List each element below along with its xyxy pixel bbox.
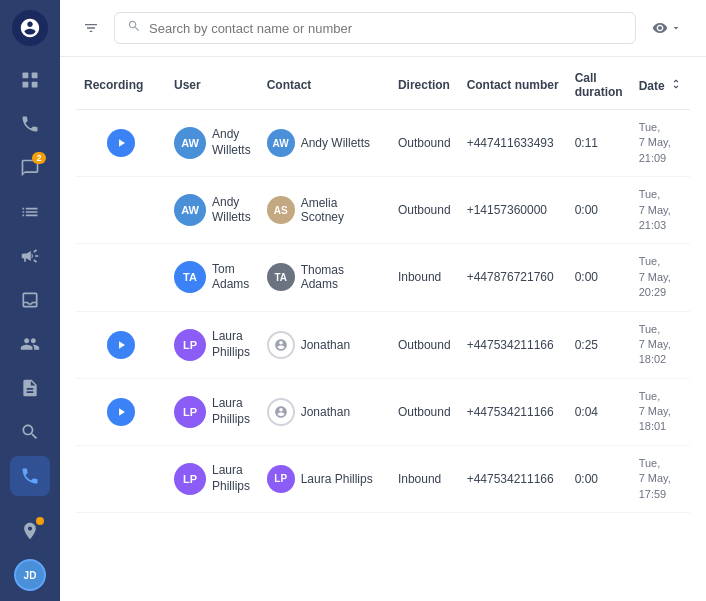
recording-cell (76, 244, 166, 311)
view-options-button[interactable] (644, 14, 690, 42)
date-cell: Tue,7 May,21:03 (631, 177, 690, 244)
user-avatar-initials: LP (174, 329, 206, 361)
sidebar-item-reports[interactable] (10, 368, 50, 408)
app-logo (12, 10, 48, 46)
sidebar-item-dashboard[interactable] (10, 60, 50, 100)
svg-marker-6 (119, 408, 125, 416)
contact-avatar-unknown (267, 331, 295, 359)
search-input[interactable] (149, 21, 623, 36)
contact-name: Laura Phillips (301, 472, 373, 486)
search-icon (127, 19, 141, 37)
sidebar-item-contacts[interactable] (10, 192, 50, 232)
sort-icon (670, 78, 682, 90)
recording-cell (76, 378, 166, 445)
filter-button[interactable] (76, 13, 106, 43)
sidebar-item-team[interactable] (10, 324, 50, 364)
table-row: AWAndyWillettsASAmelia ScotneyOutbound+1… (76, 177, 690, 244)
recording-cell (76, 177, 166, 244)
topbar (60, 0, 706, 57)
user-cell: LPLauraPhillips (166, 378, 259, 445)
svg-rect-2 (23, 82, 29, 88)
contact-number-cell: +447876721760 (459, 244, 567, 311)
col-user: User (166, 57, 259, 110)
call-duration-cell: 0:25 (567, 311, 631, 378)
date-cell: Tue,7 May,20:29 (631, 244, 690, 311)
col-contact: Contact (259, 57, 390, 110)
contact-name: Jonathan (301, 338, 350, 352)
contact-number-cell: +447534211166 (459, 445, 567, 512)
contact-name: Amelia Scotney (301, 196, 382, 224)
contact-avatar-unknown (267, 398, 295, 426)
contact-cell: TAThomas Adams (259, 244, 390, 311)
col-date[interactable]: Date (631, 57, 690, 110)
direction-cell: Inbound (390, 445, 459, 512)
contact-avatar: AW (267, 129, 295, 157)
direction-cell: Outbound (390, 378, 459, 445)
user-name: LauraPhillips (212, 329, 250, 360)
sidebar-item-search[interactable] (10, 412, 50, 452)
user-avatar-image: AW (174, 194, 206, 226)
svg-marker-5 (119, 341, 125, 349)
contact-cell: ASAmelia Scotney (259, 177, 390, 244)
messages-badge: 2 (32, 152, 46, 164)
user-avatar[interactable]: JD (14, 559, 46, 591)
contact-avatar: AS (267, 196, 295, 224)
date-text: Tue,7 May,18:01 (639, 390, 671, 433)
table-header-row: Recording User Contact Direction Contact… (76, 57, 690, 110)
contact-number-cell: +447534211166 (459, 378, 567, 445)
table-row: LPLauraPhillipsJonathanOutbound+44753421… (76, 378, 690, 445)
contact-number-cell: +447411633493 (459, 110, 567, 177)
user-name: AndyWilletts (212, 127, 251, 158)
contact-cell: LPLaura Phillips (259, 445, 390, 512)
table-row: TATomAdamsTAThomas AdamsInbound+44787672… (76, 244, 690, 311)
contact-name: Andy Willetts (301, 136, 370, 150)
svg-marker-4 (119, 139, 125, 147)
sidebar-item-inbox[interactable] (10, 280, 50, 320)
user-avatar-initials: LP (174, 463, 206, 495)
svg-rect-1 (32, 73, 38, 79)
col-direction: Direction (390, 57, 459, 110)
contact-avatar: TA (267, 263, 295, 291)
date-text: Tue,7 May,18:02 (639, 323, 671, 366)
table-row: AWAndyWillettsAWAndy WillettsOutbound+44… (76, 110, 690, 177)
direction-cell: Outbound (390, 311, 459, 378)
call-duration-cell: 0:04 (567, 378, 631, 445)
date-cell: Tue,7 May,21:09 (631, 110, 690, 177)
col-call-duration: Callduration (567, 57, 631, 110)
user-cell: AWAndyWilletts (166, 177, 259, 244)
user-name: LauraPhillips (212, 463, 250, 494)
sidebar-item-achievements[interactable] (10, 511, 50, 551)
date-cell: Tue,7 May,17:59 (631, 445, 690, 512)
user-avatar-initials: LP (174, 396, 206, 428)
svg-rect-0 (23, 73, 29, 79)
play-button[interactable] (107, 398, 135, 426)
user-cell: TATomAdams (166, 244, 259, 311)
sidebar-item-phone[interactable] (10, 456, 50, 496)
table-row: LPLauraPhillipsJonathanOutbound+44753421… (76, 311, 690, 378)
call-duration-cell: 0:00 (567, 445, 631, 512)
user-cell: AWAndyWilletts (166, 110, 259, 177)
play-button[interactable] (107, 129, 135, 157)
sidebar-item-calls[interactable] (10, 104, 50, 144)
sidebar: 2 JD (0, 0, 60, 601)
contact-number-cell: +14157360000 (459, 177, 567, 244)
table-body: AWAndyWillettsAWAndy WillettsOutbound+44… (76, 110, 690, 513)
sidebar-item-messages[interactable]: 2 (10, 148, 50, 188)
direction-cell: Outbound (390, 110, 459, 177)
user-name: LauraPhillips (212, 396, 250, 427)
contact-cell: Jonathan (259, 311, 390, 378)
user-avatar-image: AW (174, 127, 206, 159)
play-button[interactable] (107, 331, 135, 359)
calls-table-container: Recording User Contact Direction Contact… (60, 57, 706, 601)
sidebar-item-campaigns[interactable] (10, 236, 50, 276)
user-cell: LPLauraPhillips (166, 311, 259, 378)
calls-table: Recording User Contact Direction Contact… (76, 57, 690, 513)
user-cell: LPLauraPhillips (166, 445, 259, 512)
recording-cell (76, 110, 166, 177)
main-content: Recording User Contact Direction Contact… (60, 0, 706, 601)
contact-number-cell: +447534211166 (459, 311, 567, 378)
user-name: AndyWilletts (212, 195, 251, 226)
recording-cell (76, 445, 166, 512)
direction-cell: Inbound (390, 244, 459, 311)
date-text: Tue,7 May,17:59 (639, 457, 671, 500)
